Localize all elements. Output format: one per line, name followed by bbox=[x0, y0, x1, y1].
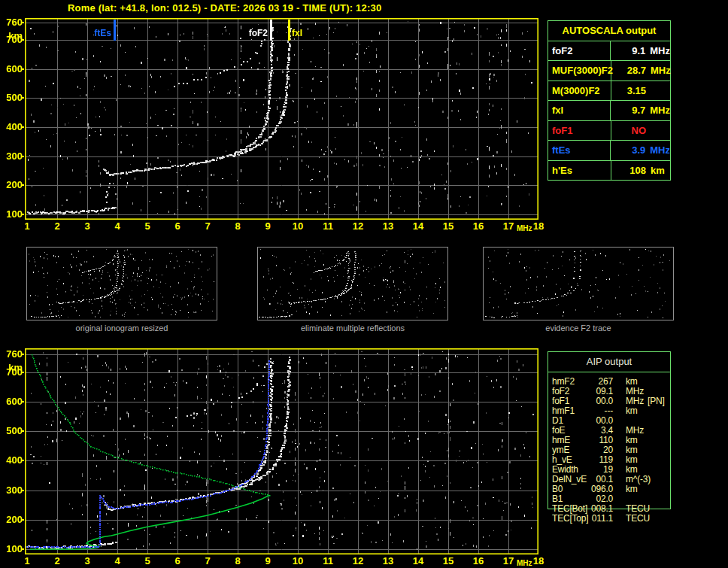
autoscala-row-fxi: fxI9.7MHz bbox=[548, 100, 670, 120]
autoscala-param-label: MUF(3000)F2 bbox=[548, 61, 611, 80]
x-axis-tick-label: 2 bbox=[49, 555, 65, 566]
x-axis-tick-label: 4 bbox=[109, 220, 126, 232]
x-axis-unit-label: MHz bbox=[517, 559, 532, 567]
y-axis-tick-label: 200 bbox=[2, 179, 23, 190]
y-axis-tick-label: 200 bbox=[2, 514, 23, 525]
thumbnail-no-multiple-reflections bbox=[257, 247, 448, 320]
ionogram-plot-canvas bbox=[25, 18, 538, 220]
x-axis-tick-label: 4 bbox=[109, 555, 126, 566]
y-axis-tick bbox=[21, 354, 24, 355]
y-axis-tick bbox=[21, 401, 24, 402]
autoscala-row-m3000f2: M(3000)F23.15 bbox=[548, 80, 670, 101]
autoscala-row-fof1: foF1NO bbox=[548, 120, 670, 141]
profile-fit-plot-canvas bbox=[25, 348, 538, 554]
y-axis-tick bbox=[21, 519, 24, 521]
x-axis-tick-label: 8 bbox=[229, 555, 246, 566]
aip-param-unit: TECU bbox=[626, 514, 650, 524]
x-axis-tick-label: 11 bbox=[320, 555, 336, 566]
autoscala-param-label: h'Es bbox=[548, 161, 611, 181]
x-axis-tick-label: 7 bbox=[199, 220, 216, 232]
aip-param-unit: km bbox=[626, 406, 638, 416]
aip-table-header: AIP output bbox=[548, 352, 670, 372]
autoscala-param-label: M(3000)F2 bbox=[548, 81, 611, 101]
autoscala-row-muf3000f2: MUF(3000)F228.7MHz bbox=[548, 60, 670, 80]
thumbnail-caption: original ionogram resized bbox=[26, 323, 217, 333]
x-axis-tick-label: 16 bbox=[470, 220, 487, 232]
x-axis-tick-label: 13 bbox=[380, 555, 396, 566]
x-axis-tick-label: 9 bbox=[259, 555, 276, 566]
x-axis-tick-label: 13 bbox=[380, 220, 396, 232]
x-axis-tick-label: 5 bbox=[139, 555, 156, 566]
aip-row-tectop: TEC[Top]011.1TECU bbox=[548, 514, 672, 524]
x-axis-tick-label: 16 bbox=[470, 555, 487, 566]
x-axis-tick-label: 18 bbox=[530, 220, 547, 232]
y-axis-unit-label: km bbox=[2, 362, 23, 373]
y-axis-tick-label: 600 bbox=[2, 396, 23, 407]
autoscala-screen: Rome (lat: +41.8, lon: 012.5) - DATE: 20… bbox=[0, 0, 728, 568]
autoscala-table-header: AUTOSCALA output bbox=[548, 21, 670, 41]
y-axis-tick-label: 760 bbox=[2, 17, 23, 28]
autoscala-output-table: AUTOSCALA output foF29.1MHzMUF(3000)F228… bbox=[548, 20, 671, 181]
y-axis-tick-label: 100 bbox=[2, 208, 23, 220]
autoscala-param-value: 3.15 bbox=[611, 81, 670, 101]
marker-label-fxI: fxI bbox=[292, 28, 302, 38]
x-axis-tick-label: 18 bbox=[530, 555, 547, 566]
x-axis-tick-label: 9 bbox=[259, 220, 276, 232]
y-axis-tick bbox=[21, 184, 24, 186]
autoscala-param-label: foF2 bbox=[548, 41, 611, 61]
x-axis-tick-label: 17 bbox=[500, 555, 517, 566]
autoscala-param-value: 28.7MHz bbox=[611, 61, 671, 80]
marker-label-ftEs: ftEs bbox=[89, 28, 111, 38]
autoscala-row-fof2: foF29.1MHz bbox=[548, 41, 670, 61]
x-axis-unit-label: MHz bbox=[517, 224, 532, 232]
y-axis-tick bbox=[21, 22, 24, 23]
y-axis-tick bbox=[21, 490, 24, 491]
aip-param-note: [PN] bbox=[648, 396, 665, 406]
x-axis-tick-label: 14 bbox=[410, 220, 426, 232]
x-axis-tick-label: 11 bbox=[320, 220, 336, 232]
autoscala-param-value: 9.7MHz bbox=[611, 101, 670, 120]
x-axis-tick-label: 12 bbox=[350, 555, 366, 566]
y-axis-tick bbox=[21, 156, 24, 157]
x-axis-tick-label: 5 bbox=[139, 220, 156, 232]
y-axis-unit-label: km bbox=[2, 30, 23, 41]
autoscala-param-value: 9.1MHz bbox=[611, 41, 670, 61]
x-axis-tick-label: 10 bbox=[290, 555, 306, 566]
y-axis-tick-label: 400 bbox=[2, 454, 23, 466]
thumbnail-original-ionogram bbox=[26, 247, 217, 320]
x-axis-tick-label: 6 bbox=[169, 555, 186, 566]
thumbnail-caption: eliminate multiple reflections bbox=[257, 323, 448, 333]
autoscala-param-value: 3.9MHz bbox=[611, 141, 670, 160]
aip-param-value: 011.1 bbox=[581, 514, 613, 524]
x-axis-tick-label: 10 bbox=[290, 220, 306, 232]
x-axis-tick-label: 1 bbox=[19, 555, 35, 566]
y-axis-tick-label: 500 bbox=[2, 425, 23, 436]
y-axis-tick bbox=[21, 126, 24, 128]
y-axis-tick-label: 100 bbox=[2, 543, 23, 554]
x-axis-tick-label: 12 bbox=[350, 220, 366, 232]
autoscala-param-label: foF1 bbox=[548, 121, 611, 141]
y-axis-tick bbox=[21, 460, 24, 461]
x-axis-tick-label: 15 bbox=[440, 555, 457, 566]
thumbnail-f2-trace-evidence bbox=[483, 247, 674, 320]
aip-output-table: AIP output hmF2267kmfoF209.1MHzfoF100.0M… bbox=[548, 351, 671, 509]
y-axis-tick-label: 300 bbox=[2, 484, 23, 496]
y-axis-tick bbox=[21, 548, 24, 550]
marker-label-foF2: foF2 bbox=[244, 28, 268, 38]
autoscala-row-hes: h'Es108km bbox=[548, 160, 670, 181]
y-axis-tick bbox=[21, 97, 24, 99]
y-axis-tick-label: 760 bbox=[2, 348, 23, 360]
autoscala-row-ftes: ftEs3.9MHz bbox=[548, 140, 670, 160]
x-axis-tick-label: 1 bbox=[19, 220, 35, 232]
x-axis-tick-label: 8 bbox=[229, 220, 246, 232]
x-axis-tick-label: 7 bbox=[199, 555, 216, 566]
aip-param-unit: km bbox=[626, 484, 638, 494]
x-axis-tick-label: 14 bbox=[410, 555, 426, 566]
y-axis-tick-label: 300 bbox=[2, 150, 23, 162]
autoscala-param-label: ftEs bbox=[548, 141, 611, 160]
y-axis-tick-label: 400 bbox=[2, 121, 23, 132]
page-title: Rome (lat: +41.8, lon: 012.5) - DATE: 20… bbox=[68, 2, 381, 14]
autoscala-param-label: fxI bbox=[548, 101, 611, 120]
y-axis-tick bbox=[21, 430, 24, 432]
x-axis-tick-label: 3 bbox=[79, 555, 96, 566]
